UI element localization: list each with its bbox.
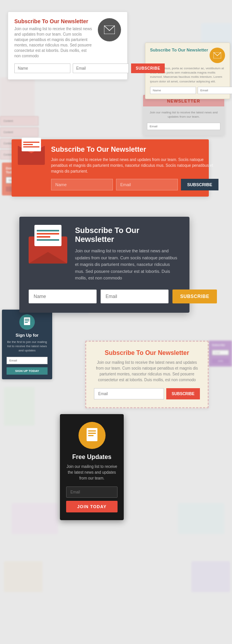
widget9-subscribe-button[interactable]: SUBSCRIBE <box>166 388 200 399</box>
widget1-content: Subscribe To Our Newsletter Join our mai… <box>14 18 93 59</box>
widget-newsletter-1: Subscribe To Our Newsletter Join our mai… <box>8 12 128 80</box>
widget8-title: Sign Up for <box>7 333 48 337</box>
widget3-body: Join our mailing list to receive the lat… <box>143 106 224 135</box>
widget-newsletter-9: Subscribe To Our Newsletter Join our mai… <box>85 341 209 408</box>
widget5-content: Subscribe To Our Newsletter Join our mai… <box>51 146 218 190</box>
svg-rect-7 <box>88 430 96 432</box>
w7-paper-line-3 <box>37 236 50 238</box>
widget9-title: Subscribe To Our Newsletter <box>94 349 200 356</box>
widget10-btn[interactable]: JOIN <box>212 359 229 363</box>
widget-newsletter-11: Free Updates Join our mailing list to re… <box>60 414 124 520</box>
paper-line-1 <box>23 142 39 143</box>
widget7-form: SUBSCRIBE <box>29 289 180 303</box>
envelope-icon <box>98 18 121 41</box>
w7-paper-line-1 <box>37 230 59 231</box>
widget1-name-input[interactable] <box>14 63 70 73</box>
bg-blur-6 <box>4 561 43 592</box>
widget11-document-icon <box>78 422 106 449</box>
widget8-signup-button[interactable]: SIGN UP Today <box>7 367 48 375</box>
widget5-subscribe-button[interactable]: SUBSCRIBE <box>181 179 218 190</box>
widget3-form <box>147 122 220 132</box>
widget-newsletter-5: Subscribe To Our Newsletter Join our mai… <box>12 139 209 197</box>
svg-rect-5 <box>25 322 28 323</box>
widget3-email-input[interactable] <box>147 123 220 130</box>
widget9-form: SUBSCRIBE <box>94 388 200 399</box>
widget5-name-input[interactable] <box>51 179 113 190</box>
widget2-form: SUBSCRIBE <box>150 87 225 94</box>
svg-rect-3 <box>25 319 29 320</box>
widget1-title: Subscribe To Our Newsletter <box>14 18 93 24</box>
widget5-form: SUBSCRIBE <box>51 179 218 190</box>
widget8-email-input[interactable] <box>7 357 48 364</box>
widget1-email-input[interactable] <box>73 63 129 73</box>
w7-paper-line-2 <box>37 233 59 235</box>
widget7-top: Subscribe To Our Newsletter Join our mai… <box>29 226 180 282</box>
widget7-subscribe-button[interactable]: SUBSCRIBE <box>172 289 217 303</box>
bg-blur-4 <box>12 503 58 534</box>
widget1-subscribe-button[interactable]: SUBSCRIBE <box>131 63 165 73</box>
widget7-envelope <box>29 236 67 264</box>
widget4-item-2: Content <box>0 127 39 137</box>
widget11-join-button[interactable]: JOIN TODAY <box>66 501 118 512</box>
widget11-email-input[interactable] <box>66 486 118 498</box>
widget-newsletter-8: Sign Up for Be the first to join our mai… <box>2 310 52 379</box>
widget7-email-input[interactable] <box>101 289 169 303</box>
widget9-email-input[interactable] <box>94 388 164 399</box>
svg-rect-4 <box>25 320 29 321</box>
widget8-document-icon <box>19 314 35 330</box>
widget1-form: SUBSCRIBE <box>14 63 121 73</box>
widget7-content: Subscribe To Our Newsletter Join our mai… <box>75 226 180 282</box>
widget10-title: Subscribe <box>212 344 229 346</box>
widget10-card: Subscribe JOIN <box>209 341 232 367</box>
widget5-email-input[interactable] <box>116 179 178 190</box>
widget7-envelope-icon <box>29 236 67 271</box>
widget4-item-1: Content <box>0 116 39 126</box>
widget1-text: Join our mailing list to receive the lat… <box>14 26 93 59</box>
bg-blur-7 <box>191 561 230 592</box>
paper-line-2 <box>23 144 33 145</box>
widget2-name-input[interactable] <box>150 87 196 94</box>
widget5-title: Subscribe To Our Newsletter <box>51 146 218 154</box>
widget10-group: Subscribe JOIN <box>209 341 232 367</box>
widget3-ribbon-label: NEWSLETTER <box>167 99 200 103</box>
widget-newsletter-7: Subscribe To Our Newsletter Join our mai… <box>19 217 189 313</box>
widget11-text: Join our mailing list to receive the lat… <box>66 464 118 481</box>
bg-blur-5 <box>178 503 224 534</box>
widget7-text: Join our mailing list to receive the lat… <box>75 248 180 282</box>
svg-rect-6 <box>87 428 97 441</box>
paper-line-3 <box>23 146 39 147</box>
widget5-envelope-icon <box>18 146 45 169</box>
widget9-text: Join our mailing list to receive the lat… <box>94 360 200 383</box>
bg-blur-3 <box>4 387 35 426</box>
widget-newsletter-3: NEWSLETTER Join our mailing list to rece… <box>143 95 224 135</box>
svg-rect-8 <box>88 433 96 434</box>
widget1-header: Subscribe To Our Newsletter Join our mai… <box>14 18 121 59</box>
widget2-email-input[interactable] <box>198 87 232 94</box>
svg-rect-9 <box>88 435 94 436</box>
widget5-paper <box>22 138 41 151</box>
widget7-name-input[interactable] <box>29 289 97 303</box>
widget3-text: Join our mailing list to receive the lat… <box>147 110 220 119</box>
widget7-title: Subscribe To Our Newsletter <box>75 226 180 244</box>
widget7-paper <box>34 225 61 246</box>
widget2-envelope-icon <box>210 48 225 63</box>
widget10-email-input[interactable] <box>212 350 229 355</box>
widget5-text: Join our mailing list to receive the lat… <box>51 157 218 174</box>
widget8-text: Be the first to join our mailing list to… <box>7 340 48 353</box>
w7-paper-line-4 <box>37 239 59 241</box>
widget11-title: Free Updates <box>66 454 118 461</box>
